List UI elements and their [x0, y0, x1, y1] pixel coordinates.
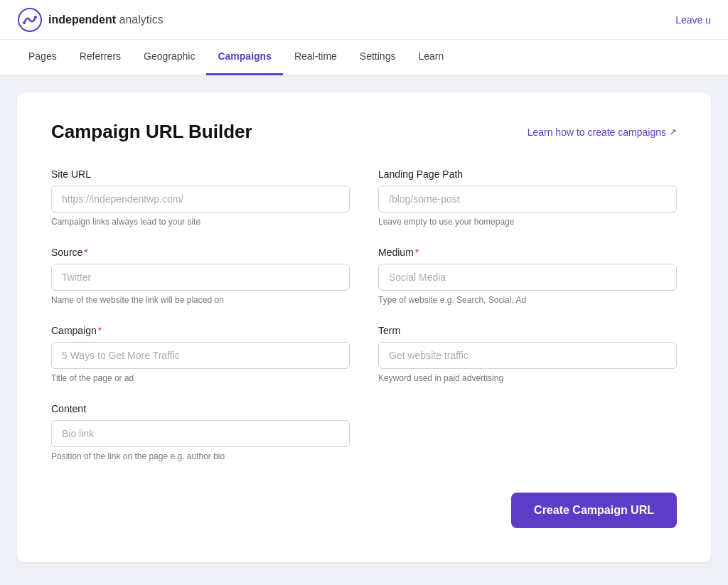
content-label: Content	[51, 403, 350, 414]
source-label: Source*	[51, 247, 350, 258]
form-grid: Site URL Campaign links always lead to y…	[51, 168, 677, 481]
nav-item-settings[interactable]: Settings	[348, 40, 407, 75]
logo-text: independent analytics	[48, 14, 164, 26]
landing-page-path-group: Landing Page Path Leave empty to use you…	[378, 168, 677, 227]
medium-group: Medium* Type of website e.g. Search, Soc…	[378, 247, 677, 305]
medium-required-star: *	[415, 247, 419, 258]
term-input[interactable]	[378, 342, 677, 369]
nav-item-realtime[interactable]: Real-time	[283, 40, 348, 75]
term-group: Term Keyword used in paid advertising	[378, 325, 677, 383]
campaign-label: Campaign*	[51, 325, 350, 336]
svg-point-1	[23, 21, 26, 24]
leave-link[interactable]: Leave u	[675, 14, 711, 26]
campaign-input[interactable]	[51, 342, 350, 369]
svg-point-2	[34, 16, 37, 18]
campaign-group: Campaign* Title of the page or ad	[51, 325, 350, 383]
help-link[interactable]: Learn how to create campaigns ↗	[528, 127, 677, 138]
source-hint: Name of the website the link will be pla…	[51, 295, 350, 305]
external-link-icon: ↗	[669, 127, 677, 137]
nav-item-geographic[interactable]: Geographic	[132, 40, 206, 75]
term-hint: Keyword used in paid advertising	[378, 373, 677, 383]
help-link-text: Learn how to create campaigns	[528, 127, 666, 138]
source-input[interactable]	[51, 264, 350, 291]
medium-hint: Type of website e.g. Search, Social, Ad	[378, 295, 677, 305]
source-group: Source* Name of the website the link wil…	[51, 247, 350, 305]
nav-item-learn[interactable]: Learn	[407, 40, 455, 75]
main-content: Campaign URL Builder Learn how to create…	[0, 75, 728, 579]
term-label: Term	[378, 325, 677, 336]
logo-icon	[17, 7, 43, 33]
medium-label: Medium*	[378, 247, 677, 258]
content-input[interactable]	[51, 420, 350, 447]
landing-page-path-input[interactable]	[378, 186, 677, 213]
nav-item-campaigns[interactable]: Campaigns	[206, 40, 282, 75]
site-url-input[interactable]	[51, 186, 350, 213]
campaign-url-builder-card: Campaign URL Builder Learn how to create…	[17, 92, 711, 562]
logo: independent analytics	[17, 7, 164, 33]
nav-item-referrers[interactable]: Referrers	[68, 40, 132, 75]
site-url-group: Site URL Campaign links always lead to y…	[51, 168, 350, 227]
campaign-required-star: *	[98, 325, 102, 336]
content-hint: Position of the link on the page e.g. au…	[51, 451, 350, 461]
landing-page-path-label: Landing Page Path	[378, 168, 677, 180]
campaign-hint: Title of the page or ad	[51, 373, 350, 383]
site-url-label: Site URL	[51, 168, 350, 180]
header: independent analytics Leave u	[0, 0, 728, 40]
create-campaign-url-button[interactable]: Create Campaign URL	[511, 493, 677, 528]
source-required-star: *	[84, 247, 87, 258]
site-url-hint: Campaign links always lead to your site	[51, 217, 350, 227]
button-area: Create Campaign URL	[51, 493, 677, 528]
main-nav: Pages Referrers Geographic Campaigns Rea…	[0, 40, 728, 75]
medium-input[interactable]	[378, 264, 677, 291]
nav-item-pages[interactable]: Pages	[17, 40, 68, 75]
landing-page-path-hint: Leave empty to use your homepage	[378, 217, 677, 227]
content-group: Content Position of the link on the page…	[51, 403, 350, 461]
card-header: Campaign URL Builder Learn how to create…	[51, 121, 677, 143]
card-title: Campaign URL Builder	[51, 121, 252, 143]
